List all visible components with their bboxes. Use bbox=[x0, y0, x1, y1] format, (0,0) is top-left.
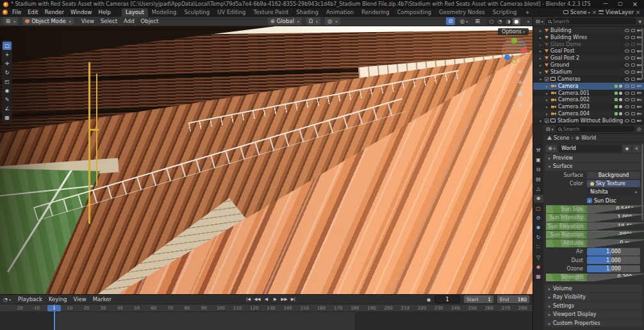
property-control[interactable]: 1.000 bbox=[587, 248, 640, 256]
workspace-tab[interactable]: UV Editing bbox=[213, 8, 249, 17]
expand-arrow-icon[interactable] bbox=[546, 90, 550, 96]
collection-checkbox[interactable] bbox=[545, 119, 549, 123]
expand-arrow-icon[interactable] bbox=[540, 35, 543, 40]
collection-checkbox[interactable] bbox=[545, 77, 549, 81]
world-name-field[interactable]: World bbox=[559, 145, 622, 153]
zoom-icon[interactable]: ⊕ bbox=[516, 69, 524, 75]
timeline-editor-icon[interactable] bbox=[3, 296, 11, 302]
expand-arrow-icon[interactable] bbox=[540, 28, 543, 33]
disable-in-render-icon[interactable] bbox=[637, 85, 641, 88]
axis-y-neg-icon[interactable] bbox=[511, 58, 516, 63]
workspace-tab[interactable]: Animation bbox=[322, 8, 358, 17]
outliner-row[interactable]: Goal Post 2 bbox=[533, 54, 644, 62]
scene-unlink-icon[interactable] bbox=[592, 9, 597, 15]
viewlayer-unlink-icon[interactable] bbox=[636, 9, 640, 15]
workspace-tab[interactable]: Modeling bbox=[148, 8, 181, 17]
disable-in-render-icon[interactable] bbox=[637, 29, 641, 32]
viewport-menu-item[interactable]: Select bbox=[97, 18, 120, 24]
tool-button[interactable]: ✛ bbox=[3, 60, 12, 68]
disable-in-viewport-icon[interactable] bbox=[631, 70, 635, 74]
disable-in-viewport-icon[interactable] bbox=[631, 85, 635, 88]
workspace-tab[interactable]: Layout bbox=[122, 8, 148, 17]
outliner-editor-icon[interactable] bbox=[536, 19, 543, 24]
properties-tab[interactable]: ▤ bbox=[534, 176, 543, 183]
workspace-tab[interactable]: Texture Paint bbox=[250, 8, 293, 17]
options-dropdown[interactable]: Options bbox=[498, 28, 529, 35]
pan-icon[interactable]: ✛ bbox=[516, 79, 524, 86]
expand-arrow-icon[interactable] bbox=[546, 83, 550, 89]
filter-icon[interactable] bbox=[638, 18, 641, 24]
hide-in-viewport-icon[interactable] bbox=[625, 105, 629, 108]
properties-search[interactable] bbox=[556, 126, 635, 132]
tool-button[interactable]: + bbox=[3, 51, 12, 59]
properties-tab[interactable]: ▽ bbox=[534, 253, 543, 261]
workspace-tab[interactable]: Sculpting bbox=[180, 8, 213, 17]
frame-start-field[interactable]: Start 1 bbox=[464, 295, 493, 303]
outliner-row[interactable]: Camera.001 bbox=[533, 90, 644, 97]
disable-in-viewport-icon[interactable] bbox=[631, 78, 635, 81]
outliner-row[interactable]: Camera.003 bbox=[533, 103, 644, 110]
disable-in-render-icon[interactable] bbox=[637, 49, 641, 53]
expand-arrow-icon[interactable] bbox=[540, 118, 543, 124]
disable-in-viewport-icon[interactable] bbox=[631, 92, 635, 95]
shading-dropdown[interactable] bbox=[526, 18, 529, 24]
tool-button[interactable]: ▦ bbox=[3, 113, 12, 122]
disable-in-render-icon[interactable] bbox=[637, 98, 641, 101]
properties-tab[interactable]: ∷ bbox=[534, 243, 543, 251]
navigation-gizmo[interactable] bbox=[502, 38, 527, 63]
timeline-menu-item[interactable]: Marker bbox=[90, 296, 115, 302]
panel-header[interactable]: Custom Properties bbox=[545, 319, 642, 327]
expand-arrow-icon[interactable] bbox=[546, 97, 550, 103]
disable-in-viewport-icon[interactable] bbox=[631, 43, 635, 46]
breadcrumb-scene[interactable]: Scene bbox=[554, 135, 569, 141]
hide-in-viewport-icon[interactable] bbox=[625, 119, 629, 122]
outliner-row[interactable]: Glass Dome bbox=[533, 41, 644, 48]
property-control[interactable]: -989° bbox=[587, 231, 644, 239]
proportional-edit-dropdown[interactable] bbox=[325, 17, 340, 25]
properties-scrollbar[interactable] bbox=[641, 144, 643, 220]
browse-world-button[interactable] bbox=[546, 145, 557, 153]
outliner-row[interactable]: Building Wires bbox=[533, 34, 644, 41]
menubar-item[interactable]: Window bbox=[67, 9, 95, 15]
property-control[interactable]: 0.545° bbox=[587, 206, 644, 213]
transport-button[interactable]: ▶ bbox=[271, 295, 279, 303]
property-control[interactable]: 0 m bbox=[587, 240, 644, 247]
properties-tab[interactable]: ◉ bbox=[534, 263, 543, 270]
disable-in-viewport-icon[interactable] bbox=[631, 105, 635, 108]
disable-in-render-icon[interactable] bbox=[637, 92, 641, 95]
menubar-item[interactable]: File bbox=[9, 9, 24, 15]
property-control[interactable]: Sun Disc bbox=[587, 197, 640, 204]
hide-in-viewport-icon[interactable] bbox=[625, 56, 629, 60]
disable-in-viewport-icon[interactable] bbox=[631, 36, 635, 39]
property-control[interactable]: 0.200 bbox=[587, 274, 644, 281]
disable-in-viewport-icon[interactable] bbox=[631, 29, 635, 32]
checkbox[interactable] bbox=[587, 198, 592, 203]
properties-tab[interactable]: ✱ bbox=[534, 224, 543, 232]
hide-in-viewport-icon[interactable] bbox=[625, 70, 629, 74]
outliner-row[interactable]: Camera bbox=[533, 83, 644, 90]
disable-in-viewport-icon[interactable] bbox=[631, 112, 635, 115]
hide-in-viewport-icon[interactable] bbox=[625, 49, 629, 53]
timeline-menu-item[interactable]: Playback bbox=[15, 296, 45, 302]
disable-in-render-icon[interactable] bbox=[637, 78, 641, 81]
surface-panel-header[interactable]: Surface bbox=[545, 163, 642, 171]
disable-in-viewport-icon[interactable] bbox=[631, 63, 635, 67]
tool-button[interactable]: ◰ bbox=[3, 78, 12, 86]
properties-tab[interactable]: ▢ bbox=[534, 204, 543, 212]
hide-in-viewport-icon[interactable] bbox=[625, 36, 629, 39]
workspace-tab[interactable]: Compositing bbox=[393, 8, 435, 17]
outliner-row[interactable]: Stadium bbox=[533, 69, 644, 76]
disable-in-render-icon[interactable] bbox=[637, 119, 641, 122]
disable-in-render-icon[interactable] bbox=[637, 63, 641, 67]
property-control[interactable]: Background bbox=[587, 172, 640, 179]
expand-arrow-icon[interactable] bbox=[546, 104, 550, 110]
panel-header[interactable]: Viewport Display bbox=[545, 310, 642, 318]
tool-button[interactable]: ∠ bbox=[3, 104, 12, 113]
workspace-tab[interactable]: Rendering bbox=[358, 8, 393, 17]
hide-in-viewport-icon[interactable] bbox=[625, 92, 629, 95]
tool-button[interactable]: ◉ bbox=[3, 87, 12, 95]
properties-tab[interactable]: ⊟ bbox=[534, 165, 543, 173]
panel-header[interactable]: Volume bbox=[545, 285, 642, 293]
editor-type-button[interactable] bbox=[3, 17, 18, 25]
workspace-tab[interactable]: Geometry Nodes bbox=[435, 8, 489, 17]
